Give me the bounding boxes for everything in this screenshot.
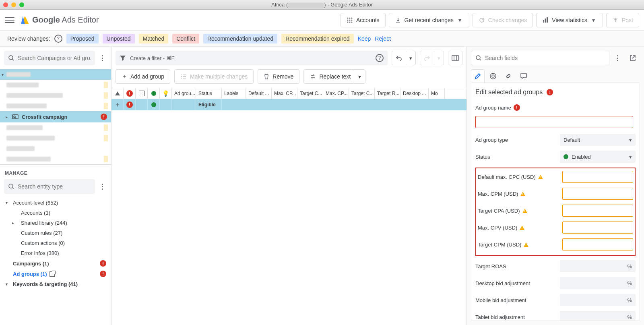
tree-row[interactable] bbox=[0, 90, 111, 101]
window-minimize-icon[interactable] bbox=[11, 2, 16, 7]
pill-matched[interactable]: Matched bbox=[139, 34, 169, 43]
post-button[interactable]: Post bbox=[606, 13, 639, 27]
checkbox-icon[interactable] bbox=[139, 91, 144, 96]
desktop-input[interactable]: % bbox=[560, 277, 636, 289]
col-targetcpa[interactable]: Target C... bbox=[297, 88, 323, 99]
view-stats-button[interactable]: View statistics ▾ bbox=[536, 13, 603, 27]
col-adgroup[interactable]: Ad grou... bbox=[172, 88, 196, 99]
tree-shared-library[interactable]: Shared library (244) bbox=[0, 218, 111, 228]
cpm-input[interactable] bbox=[562, 188, 633, 200]
chevron-down-icon[interactable]: ▾ bbox=[457, 17, 463, 23]
keep-link[interactable]: Keep bbox=[358, 35, 371, 42]
fields-search-input[interactable] bbox=[485, 55, 605, 61]
menu-icon[interactable] bbox=[5, 15, 14, 25]
name-input[interactable] bbox=[475, 116, 633, 128]
pill-conflict[interactable]: Conflict bbox=[172, 34, 199, 43]
pill-unposted[interactable]: Unposted bbox=[103, 34, 135, 43]
redo-button[interactable] bbox=[420, 51, 434, 65]
pill-rec-updated[interactable]: Recommendation updated bbox=[203, 34, 277, 43]
accounts-button[interactable]: Accounts bbox=[341, 13, 386, 27]
tree-adgroups[interactable]: Ad groups (1)! bbox=[0, 269, 111, 279]
col-default[interactable]: Default ... bbox=[246, 88, 272, 99]
tree-row[interactable] bbox=[0, 143, 111, 154]
chevron-down-icon[interactable]: ▾ bbox=[354, 70, 365, 83]
help-icon[interactable]: ? bbox=[54, 35, 62, 43]
roas-input[interactable]: % bbox=[560, 260, 636, 272]
entity-search-input[interactable] bbox=[18, 183, 91, 190]
list-icon bbox=[180, 73, 187, 80]
redo-dropdown[interactable]: ▾ bbox=[434, 51, 444, 65]
tree-row[interactable] bbox=[0, 69, 111, 80]
svg-point-19 bbox=[492, 75, 494, 77]
add-adgroup-button[interactable]: ＋Add ad group bbox=[116, 69, 170, 84]
tree-row[interactable] bbox=[0, 122, 111, 133]
mobile-input[interactable]: % bbox=[560, 294, 636, 306]
pill-proposed[interactable]: Proposed bbox=[66, 34, 99, 43]
help-icon[interactable]: ? bbox=[376, 54, 384, 62]
tree-keywords[interactable]: Keywords & targeting (41) bbox=[0, 279, 111, 289]
col-maxcpv[interactable]: Max. CP... bbox=[323, 88, 349, 99]
cpc-input[interactable] bbox=[562, 171, 633, 183]
get-changes-button[interactable]: Get recent changes ▾ bbox=[389, 13, 469, 27]
tree-custom-rules[interactable]: Custom rules (27) bbox=[0, 228, 111, 238]
window-close-icon[interactable] bbox=[3, 2, 8, 7]
open-external-icon[interactable] bbox=[625, 51, 640, 65]
more-icon[interactable] bbox=[97, 184, 107, 190]
more-icon[interactable] bbox=[97, 55, 107, 61]
tab-targeting[interactable] bbox=[486, 69, 500, 83]
cpv-label: Max. CPV (USD) bbox=[478, 225, 517, 231]
tree-row[interactable] bbox=[0, 80, 111, 90]
tree-error-infos[interactable]: Error Infos (380) bbox=[0, 248, 111, 258]
remove-button[interactable]: Remove bbox=[258, 69, 299, 84]
undo-dropdown[interactable]: ▾ bbox=[406, 51, 416, 65]
sort-icon[interactable] bbox=[115, 91, 120, 95]
more-icon[interactable] bbox=[613, 55, 622, 61]
reject-link[interactable]: Reject bbox=[375, 35, 391, 42]
undo-button[interactable] bbox=[392, 51, 406, 65]
window-zoom-icon[interactable] bbox=[19, 2, 24, 7]
make-multiple-button[interactable]: Make multiple changes bbox=[174, 69, 254, 84]
tree-row[interactable] bbox=[0, 133, 111, 143]
col-labels[interactable]: Labels bbox=[222, 88, 246, 99]
type-select[interactable]: Default▾ bbox=[560, 134, 636, 146]
tab-urls[interactable] bbox=[502, 69, 515, 83]
col-targetroas[interactable]: Target R... bbox=[375, 88, 400, 99]
columns-button[interactable] bbox=[448, 51, 462, 65]
campaign-search-input[interactable] bbox=[18, 55, 91, 61]
tablet-input[interactable]: % bbox=[560, 311, 636, 321]
tablet-label: Tablet bid adjustment bbox=[475, 314, 556, 320]
tree-campaigns[interactable]: Campaigns (1)! bbox=[0, 258, 111, 269]
replace-text-button[interactable]: Replace text ▾ bbox=[303, 69, 365, 84]
tab-comments[interactable] bbox=[517, 69, 530, 83]
download-icon bbox=[395, 17, 401, 23]
desktop-label: Desktop bid adjustment bbox=[475, 280, 556, 286]
manage-header: MANAGE bbox=[0, 165, 111, 179]
tcpm-input[interactable] bbox=[562, 238, 633, 250]
cpa-input[interactable] bbox=[562, 205, 633, 217]
filter-box[interactable]: Create a filter - ⌘F ? bbox=[116, 51, 388, 65]
col-targetcpm[interactable]: Target C... bbox=[349, 88, 375, 99]
campaign-search[interactable] bbox=[4, 51, 95, 65]
chevron-down-icon[interactable]: ▾ bbox=[590, 17, 597, 23]
open-external-icon[interactable] bbox=[50, 271, 55, 277]
tree-account-level[interactable]: Account-level (652) bbox=[0, 198, 111, 208]
status-select[interactable]: Enabled▾ bbox=[560, 151, 636, 163]
table-row[interactable]: ＋ ! Eligible bbox=[111, 99, 466, 110]
entity-search[interactable] bbox=[4, 179, 95, 194]
col-mobile[interactable]: Mo bbox=[429, 88, 445, 99]
col-desktop[interactable]: Desktop ... bbox=[400, 88, 429, 99]
col-maxcpm[interactable]: Max. CP... bbox=[272, 88, 297, 99]
upload-icon bbox=[612, 17, 619, 23]
pill-rec-expired[interactable]: Recommendation expired bbox=[281, 34, 354, 43]
tree-accounts[interactable]: Accounts (1) bbox=[0, 208, 111, 218]
check-changes-button[interactable]: Check changes bbox=[473, 13, 533, 27]
tree-custom-actions[interactable]: Custom actions (0) bbox=[0, 238, 111, 248]
cpv-input[interactable] bbox=[562, 221, 633, 234]
tab-edit[interactable] bbox=[471, 69, 485, 83]
tree-row[interactable] bbox=[0, 101, 111, 111]
campaign-selected[interactable]: Crossfit campaign ! bbox=[0, 111, 111, 122]
tree-row[interactable] bbox=[0, 154, 111, 164]
fields-search[interactable] bbox=[471, 51, 609, 65]
error-icon: ! bbox=[514, 104, 520, 111]
col-status[interactable]: Status bbox=[196, 88, 222, 99]
